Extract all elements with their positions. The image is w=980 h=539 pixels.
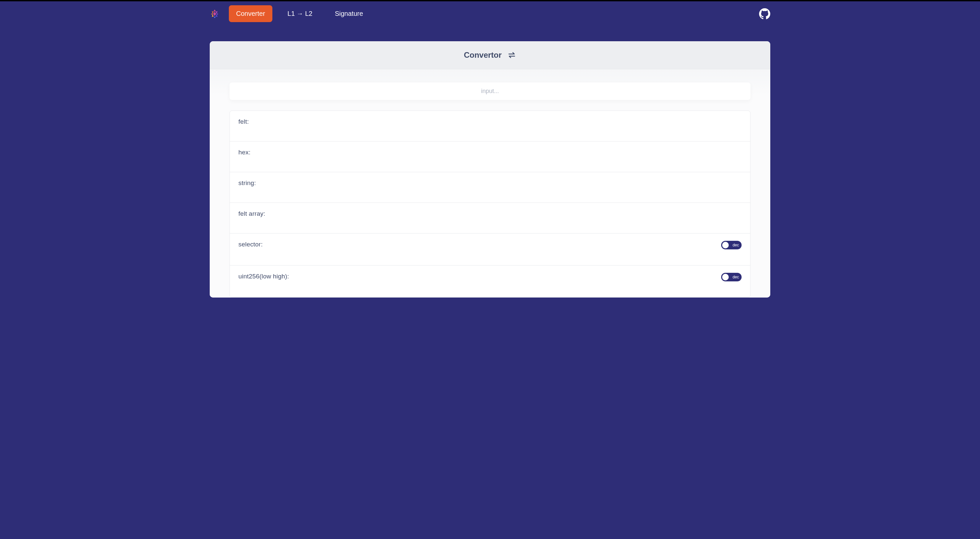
converter-card: Convertor felt: hex:: [210, 41, 770, 298]
top-nav: Converter L1 → L2 Signature: [210, 1, 770, 26]
conversion-input[interactable]: [229, 83, 751, 100]
svg-marker-8: [213, 12, 216, 16]
input-wrap: [229, 83, 751, 100]
row-label: felt:: [239, 118, 249, 125]
toggle-knob: [722, 274, 729, 281]
uint256-format-toggle[interactable]: dec: [721, 273, 741, 281]
tab-signature[interactable]: Signature: [328, 5, 370, 22]
row-label: uint256(low high):: [239, 273, 289, 280]
row-string: string:: [230, 172, 750, 203]
row-label: string:: [239, 179, 256, 187]
svg-marker-6: [216, 14, 218, 17]
output-rows: felt: hex: string: felt array: selector:…: [229, 110, 751, 298]
selector-format-toggle[interactable]: dec: [721, 241, 741, 249]
toggle-label: dec: [733, 275, 739, 279]
swap-icon: [508, 51, 516, 59]
toggle-label: dec: [733, 243, 739, 247]
github-icon[interactable]: [759, 8, 770, 19]
svg-marker-0: [213, 9, 216, 11]
card-header: Convertor: [210, 41, 770, 69]
row-label: hex:: [239, 149, 251, 156]
card-title: Convertor: [464, 51, 502, 60]
row-selector: selector: dec: [230, 234, 750, 266]
row-uint256: uint256(low high): dec: [230, 266, 750, 297]
row-hex: hex:: [230, 142, 750, 172]
row-felt-array: felt array:: [230, 203, 750, 234]
card-body: felt: hex: string: felt array: selector:…: [210, 69, 770, 298]
row-felt: felt:: [230, 111, 750, 142]
svg-marker-7: [213, 16, 216, 18]
tab-converter[interactable]: Converter: [229, 5, 272, 22]
svg-marker-5: [212, 14, 214, 17]
nav-tabs: Converter L1 → L2 Signature: [229, 5, 759, 22]
app-logo-icon: [210, 9, 220, 19]
row-label: felt array:: [239, 210, 265, 217]
row-label: selector:: [239, 241, 263, 248]
toggle-knob: [722, 242, 729, 249]
tab-l1-l2[interactable]: L1 → L2: [280, 5, 320, 22]
